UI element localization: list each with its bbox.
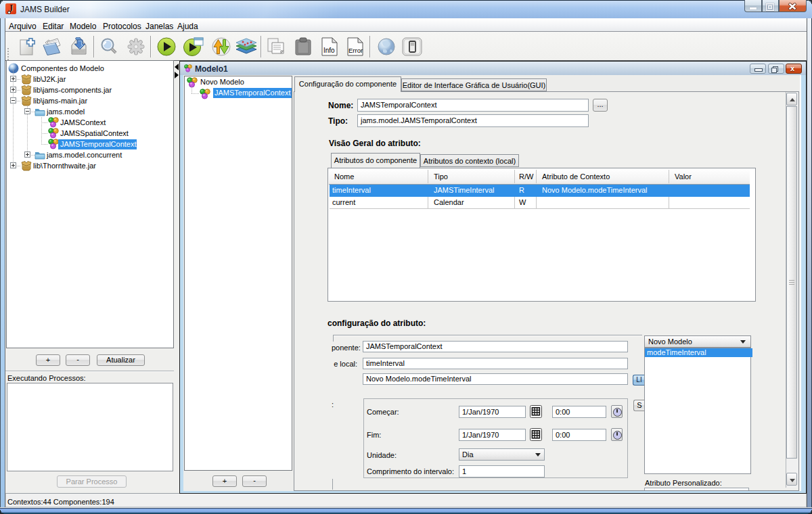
svg-text:Error: Error xyxy=(348,47,363,54)
svg-text:Info: Info xyxy=(323,47,335,54)
